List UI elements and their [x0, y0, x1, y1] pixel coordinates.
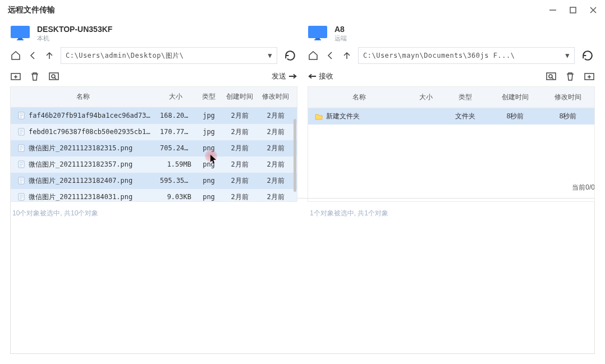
- local-path-combo[interactable]: C:\Users\admin\Desktop\图片\ ▼: [61, 47, 277, 64]
- table-row[interactable]: 新建文件夹文件夹8秒前8秒前: [308, 108, 594, 125]
- file-mtime: 8秒前: [542, 112, 594, 121]
- file-name: 微信图片_20211123182357.png: [29, 160, 132, 169]
- svg-rect-40: [547, 73, 556, 80]
- remote-path-combo[interactable]: C:\Users\mayn\Documents\360js F...\ ▼: [358, 47, 575, 64]
- file-icon: [17, 112, 25, 119]
- refresh-button[interactable]: [283, 48, 297, 63]
- svg-line-12: [54, 77, 56, 79]
- delete-button[interactable]: [29, 71, 40, 82]
- file-ctime: 8秒前: [489, 112, 542, 121]
- local-monitor-icon: [10, 25, 30, 42]
- table-row[interactable]: 微信图片_20211123182315.png705.24KBpng2月前2月前: [11, 140, 297, 156]
- up-button[interactable]: [341, 50, 352, 61]
- new-folder-button[interactable]: [584, 71, 595, 82]
- col-mtime[interactable]: 修改时间: [258, 92, 294, 102]
- remote-path-text: C:\Users\mayn\Documents\360js F...\: [363, 52, 515, 59]
- file-type: jpg: [196, 112, 222, 119]
- close-button[interactable]: [589, 6, 597, 14]
- file-mtime: 2月前: [258, 144, 294, 153]
- remote-monitor-icon: [308, 25, 328, 42]
- file-mtime: 2月前: [258, 127, 294, 137]
- local-nav-row: C:\Users\admin\Desktop\图片\ ▼: [10, 47, 297, 64]
- col-type[interactable]: 类型: [442, 93, 489, 102]
- file-name: 微信图片_20211123182315.png: [29, 144, 132, 153]
- file-size: 170.77KB: [155, 128, 196, 136]
- new-folder-button[interactable]: [10, 71, 21, 82]
- cursor-icon: [210, 155, 217, 164]
- svg-rect-1: [570, 7, 576, 13]
- file-type: png: [196, 193, 222, 201]
- up-button[interactable]: [44, 50, 55, 61]
- chevron-down-icon: ▼: [268, 52, 272, 59]
- file-ctime: 2月前: [222, 144, 258, 153]
- svg-rect-37: [308, 26, 327, 38]
- svg-rect-39: [315, 38, 320, 40]
- table-row[interactable]: 微信图片_20211123182407.png595.35KBpng2月前2月前: [11, 173, 297, 189]
- remote-nav-row: C:\Users\mayn\Documents\360js F...\ ▼: [308, 47, 595, 64]
- file-icon: [17, 160, 25, 168]
- file-icon: [17, 193, 25, 201]
- file-ctime: 2月前: [222, 176, 258, 186]
- col-name[interactable]: 名称: [308, 93, 410, 102]
- file-ctime: 2月前: [222, 127, 258, 137]
- table-row[interactable]: 微信图片_20211123182357.png1.59MBpng2月前2月前: [11, 156, 297, 173]
- col-mtime[interactable]: 修改时间: [542, 93, 594, 102]
- remote-file-table: 名称 大小 类型 创建时间 修改时间 新建文件夹文件夹8秒前8秒前: [308, 86, 595, 202]
- window-controls: [549, 6, 597, 14]
- remote-table-body[interactable]: 新建文件夹文件夹8秒前8秒前: [308, 108, 594, 125]
- minimize-button[interactable]: [549, 6, 557, 14]
- local-table-body[interactable]: faf46b207fb91af94ba1cec96ad73e71.…168.20…: [11, 108, 297, 201]
- file-ctime: 2月前: [222, 111, 258, 121]
- work-area: DESKTOP-UN353KF 本机 C:\Users\admin\Deskto…: [0, 20, 605, 180]
- file-icon: [17, 128, 25, 136]
- local-host-role: 本机: [37, 34, 112, 43]
- back-button[interactable]: [27, 50, 38, 61]
- file-type: 文件夹: [442, 112, 489, 121]
- file-name: faf46b207fb91af94ba1cec96ad73e71.…: [29, 112, 151, 119]
- col-ctime[interactable]: 创建时间: [489, 93, 542, 102]
- remote-action-row: 接收: [308, 71, 595, 82]
- file-size: 1.59MB: [155, 160, 196, 168]
- table-row[interactable]: 微信图片_20211123184031.png9.03KBpng2月前2月前: [11, 189, 297, 201]
- file-ctime: 2月前: [222, 160, 258, 169]
- local-host-header: DESKTOP-UN353KF 本机: [10, 25, 297, 43]
- col-ctime[interactable]: 创建时间: [222, 92, 258, 102]
- send-button[interactable]: 发送: [272, 71, 297, 81]
- file-mtime: 2月前: [258, 176, 294, 186]
- local-table-header: 名称 大小 类型 创建时间 修改时间: [11, 87, 297, 108]
- file-name: 微信图片_20211123182407.png: [29, 176, 132, 186]
- refresh-button[interactable]: [580, 48, 595, 63]
- chevron-down-icon: ▼: [565, 52, 570, 59]
- transfer-list-box: [10, 198, 595, 354]
- local-file-table: 名称 大小 类型 创建时间 修改时间 faf46b207fb91af94ba1c…: [10, 86, 297, 202]
- scrollbar-thumb[interactable]: [294, 119, 296, 192]
- search-button[interactable]: [546, 71, 557, 82]
- local-action-row: 发送: [10, 71, 297, 82]
- file-size: 705.24KB: [155, 144, 196, 152]
- receive-button[interactable]: 接收: [308, 71, 333, 81]
- file-name: 新建文件夹: [326, 112, 360, 121]
- file-size: 168.20KB: [155, 112, 196, 119]
- table-row[interactable]: febd01c796387f08cb50e02935cb1330.…170.77…: [11, 124, 297, 140]
- col-size[interactable]: 大小: [155, 92, 196, 102]
- file-type: png: [196, 177, 222, 185]
- search-button[interactable]: [48, 71, 59, 82]
- window-title: 远程文件传输: [8, 5, 55, 15]
- maximize-button[interactable]: [569, 6, 577, 14]
- file-type: jpg: [196, 128, 222, 136]
- delete-button[interactable]: [565, 71, 576, 82]
- back-button[interactable]: [324, 50, 336, 61]
- home-button[interactable]: [308, 50, 319, 61]
- table-row[interactable]: faf46b207fb91af94ba1cec96ad73e71.…168.20…: [11, 108, 297, 124]
- col-size[interactable]: 大小: [410, 93, 442, 102]
- svg-rect-10: [49, 73, 58, 80]
- remote-host-role: 远端: [334, 34, 347, 43]
- receive-label: 接收: [319, 71, 333, 81]
- col-type[interactable]: 类型: [196, 92, 222, 102]
- send-label: 发送: [272, 71, 286, 81]
- remote-panel: A8 远端 C:\Users\mayn\Documents\360js F...…: [308, 25, 595, 180]
- file-icon: [17, 177, 25, 185]
- col-name[interactable]: 名称: [11, 92, 155, 102]
- home-button[interactable]: [10, 50, 21, 61]
- remote-host-header: A8 远端: [308, 25, 595, 43]
